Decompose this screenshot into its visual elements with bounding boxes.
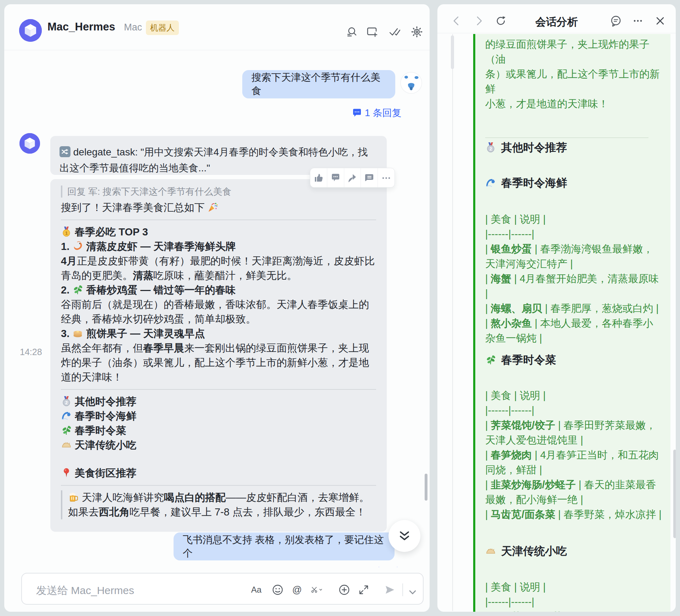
analysis-table: | 美食 | 说明 ||------|------|| 锅巴菜（嘎巴菜） | 天… (485, 580, 662, 612)
message-line: 春季时令菜 (61, 423, 376, 438)
input-divider (402, 583, 403, 596)
chat-subtitle: Mac (124, 22, 142, 33)
message-line: 天津传统小吃 (61, 438, 376, 452)
tip-quote: 天津人吃海鲜讲究喝点白的搭配——皮皮虾配白酒，去寒增鲜。如果去西北角吃早餐，建议… (61, 490, 376, 519)
beer-emoji (68, 492, 79, 503)
dumpling-emoji (61, 439, 72, 450)
input-placeholder: 发送给 Mac_Hermes (36, 583, 134, 598)
analysis-table: | 美食 | 说明 ||------|------|| 银鱼炒蛋 | 春季渤海湾… (485, 212, 662, 346)
message-line: 虽然全年都有，但春季早晨来一套刚出锅的绿豆面煎饼果子，夹上现炸的果子（油条）或果… (61, 341, 376, 384)
message-line: 谷雨前后（就是现在）的香椿最嫩，香味浓郁。天津人春季饭桌上的经典，香椿焯水切碎炒… (61, 297, 376, 326)
medal-silver-emoji: 2 (485, 142, 497, 154)
message-line: 2 其他时令推荐 (61, 394, 376, 409)
feedback-icon[interactable] (610, 15, 622, 27)
share-icon[interactable] (344, 168, 361, 187)
svg-text:1: 1 (65, 230, 68, 236)
panel-right-scrollbar-thumb[interactable] (673, 450, 676, 538)
wave-emoji (485, 177, 497, 189)
quote-reply-icon[interactable] (361, 168, 378, 187)
analysis-quote-block: 的绿豆面煎饼果子，夹上现炸的果子（油条）或果篦儿，配上这个季节上市的新鲜小葱，才… (473, 34, 670, 612)
analysis-panel-header: 会话分析 (437, 4, 676, 33)
message-hover-toolbar (310, 168, 395, 188)
message-line: 1. 清蒸皮皮虾 — 天津春季海鲜头牌 (61, 239, 376, 254)
panel-more-icon[interactable] (632, 15, 644, 27)
analysis-line: |------|------| (485, 403, 662, 418)
analysis-table: | 美食 | 说明 ||------|------|| 荠菜馄饨/饺子 | 春季… (485, 388, 662, 522)
more-actions-icon[interactable] (378, 168, 395, 187)
refresh-icon[interactable] (495, 15, 507, 27)
chat-title: Mac_Hermes (47, 21, 115, 33)
party-emoji (208, 202, 219, 213)
analysis-line: | 荠菜馄饨/饺子 | 春季田野荠菜最嫩，天津人爱包进馄饨里 | (485, 418, 662, 447)
send-icon[interactable] (384, 584, 396, 596)
search-icon[interactable] (346, 25, 358, 38)
emoji-icon[interactable] (272, 584, 284, 596)
message-line: 4月正是皮皮虾带黄（有籽）最肥的时候！天津距离渤海近，皮皮虾比青岛的更肥美。清蒸… (61, 254, 376, 283)
mention-icon[interactable]: @ (291, 584, 303, 596)
reply-count-link[interactable]: 1 条回复 (352, 107, 402, 119)
analysis-line: 的绿豆面煎饼果子，夹上现炸的果子（油 (485, 37, 662, 67)
thumbs-up-icon[interactable] (310, 168, 327, 187)
divider (61, 485, 376, 486)
delegate-task-icon (60, 146, 70, 157)
analysis-line: |------|------| (485, 227, 662, 241)
user-message-bubble[interactable]: 搜索下天津这个季节有什么美食 (242, 70, 395, 98)
chat-scrollbar-thumb[interactable] (425, 474, 427, 501)
herb-emoji (61, 425, 72, 436)
herb-emoji (485, 354, 497, 366)
chat-header: Mac_Hermes Mac 机器人 (4, 4, 430, 50)
svg-text:2: 2 (489, 146, 492, 152)
analysis-panel: 会话分析 的绿豆面煎饼果子，夹上现炸的果子（油条）或果篦儿，配上这个季节上市的新… (437, 4, 676, 612)
analysis-line: | 锅巴菜（嘎巴菜） | 天津特有早餐，绿 | (485, 609, 662, 612)
analysis-line: | 马齿苋/面条菜 | 春季野菜，焯水凉拌 | (485, 507, 662, 522)
pancake-emoji (72, 328, 83, 339)
message-line: 3. 煎饼果子 — 天津灵魂早点 (61, 326, 376, 341)
user-message-text: 搜索下天津这个季节有什么美食 (251, 71, 386, 98)
scroll-to-bottom-button[interactable] (389, 520, 420, 552)
analysis-line: | 美食 | 说明 | (485, 580, 662, 594)
settings-gear-icon[interactable] (410, 25, 423, 38)
bot-avatar-message[interactable] (19, 133, 40, 154)
wave-emoji (61, 410, 72, 421)
tasks-done-icon[interactable] (388, 25, 401, 38)
bot-avatar[interactable] (19, 19, 42, 42)
dumpling-emoji (485, 546, 497, 557)
divider (61, 389, 376, 390)
analysis-line: | 春笋烧肉 | 4月春笋正当时，和五花肉同烧，鲜甜 | (485, 447, 662, 477)
back-icon[interactable] (450, 15, 463, 27)
message-input[interactable]: 发送给 Mac_Hermes Aa @ (21, 573, 424, 605)
message-line: 搜到了！天津春季美食汇总如下 (61, 200, 376, 215)
analysis-line: | 海螺、扇贝 | 春季肥厚，葱烧或白灼 | (485, 301, 662, 316)
analysis-line: | 熬小杂鱼 | 本地人最爱，各种春季小杂鱼一锅炖 | (485, 316, 662, 346)
bot-badge: 机器人 (146, 21, 179, 35)
analysis-heading: 天津传统小吃 (485, 543, 662, 559)
analysis-heading: 春季时令菜 (485, 352, 662, 368)
analysis-line: 小葱，才是地道的天津味！ (485, 96, 662, 111)
font-style-icon[interactable]: Aa (250, 584, 262, 596)
add-to-chat-icon[interactable] (366, 25, 378, 38)
analysis-heading: 春季时令海鲜 (485, 175, 662, 191)
message-timestamp: 14:28 (20, 347, 42, 357)
message-line: 美食街区推荐 (61, 466, 376, 480)
medal-silver-emoji: 2 (61, 396, 72, 407)
bot-reply-bubble[interactable]: 回复 军: 搜索下天津这个季节有什么美食搜到了！天津春季美食汇总如下 1 春季必… (50, 179, 387, 532)
analysis-line: |------|------| (485, 594, 662, 609)
expand-icon[interactable] (358, 584, 370, 596)
close-icon[interactable] (654, 15, 666, 27)
forward-icon[interactable] (473, 15, 485, 27)
screenshot-scissors-icon[interactable] (311, 584, 330, 596)
panel-scrollbar-thumb[interactable] (451, 35, 454, 69)
message-line: 春季时令海鲜 (61, 409, 376, 423)
send-options-chevron-icon[interactable] (407, 586, 416, 598)
analysis-line: | 银鱼炒蛋 | 春季渤海湾银鱼最鲜嫩，天津河海交汇特产 | (485, 241, 662, 271)
herb-emoji (72, 284, 83, 295)
svg-text:Aa: Aa (251, 585, 262, 594)
analysis-line: | 美食 | 说明 | (485, 212, 662, 227)
svg-text:2: 2 (65, 400, 68, 405)
user-message-2-text: 飞书消息不支持 表格，别发表格了，要记住这个 (183, 533, 385, 560)
user-avatar[interactable] (400, 72, 422, 94)
message-line: 2. 香椿炒鸡蛋 — 错过等一年的春味 (61, 283, 376, 297)
comment-icon[interactable] (327, 168, 344, 187)
user-message-bubble-2[interactable]: 飞书消息不支持 表格，别发表格了，要记住这个 (174, 532, 395, 560)
add-attachment-icon[interactable] (338, 584, 350, 596)
